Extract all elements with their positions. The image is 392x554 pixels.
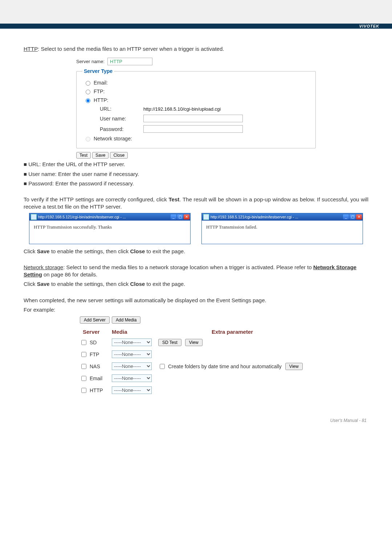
chk-email[interactable] — [81, 376, 86, 381]
hdr-server: Server — [83, 329, 112, 335]
popup-success-body: HTTP Transmission successfully. Thanks — [29, 221, 190, 244]
url-value: http://192.168.5.10/cgi-bin/upload.cgi — [143, 106, 221, 112]
media-select-sd[interactable]: -----None----- — [112, 338, 152, 346]
popup-success-titlebar[interactable]: http://192.168.5.121/cgi-bin/admin/tests… — [29, 213, 190, 221]
radio-email[interactable] — [86, 81, 90, 86]
maximize-icon[interactable]: ▢ — [177, 214, 183, 219]
close-icon[interactable]: ✕ — [184, 214, 189, 219]
row-name: SD — [90, 340, 97, 345]
radio-email-label: Email: — [94, 80, 108, 86]
table-row: SD -----None----- SD Test View — [80, 336, 312, 348]
server-name-input[interactable] — [107, 58, 152, 65]
password-label: Password: — [100, 126, 133, 132]
bullet-url: ■ URL: Enter the URL of the HTTP server. — [24, 161, 368, 168]
page-content: HTTP: Select to send the media files to … — [0, 29, 392, 407]
minimize-icon[interactable]: _ — [171, 214, 176, 219]
close-button[interactable]: Close — [110, 152, 128, 159]
page-header-spacer — [0, 0, 392, 24]
sd-view-button[interactable]: View — [185, 339, 203, 346]
password-input[interactable] — [143, 125, 243, 133]
event-table-header: Server Media Extra parameter — [80, 327, 312, 336]
ns-rest1: : Select to send the media files to a ne… — [63, 264, 313, 270]
row-name: Email — [90, 376, 102, 381]
minimize-icon[interactable]: _ — [343, 214, 349, 219]
sc-close: Close — [130, 248, 145, 254]
chk-sd[interactable] — [81, 340, 86, 345]
radio-ftp[interactable] — [86, 90, 90, 94]
media-select-email[interactable]: -----None----- — [112, 374, 152, 382]
form-buttons: Test Save Close — [76, 152, 316, 159]
hdr-media: Media — [112, 329, 155, 335]
popup-success-title: http://192.168.5.121/cgi-bin/admin/tests… — [38, 215, 169, 219]
network-storage-text: Network storage: Select to send the medi… — [24, 264, 368, 279]
row-name: NAS — [90, 364, 100, 369]
verify-part1: To verify if the HTTP settings are corre… — [24, 196, 169, 202]
footer-text: User's Manual - 81 — [330, 418, 367, 423]
chk-http[interactable] — [81, 388, 86, 393]
http-intro-key: HTTP — [24, 46, 38, 52]
verify-text: To verify if the HTTP settings are corre… — [24, 196, 368, 211]
result-popups: http://192.168.5.121/cgi-bin/admin/tests… — [29, 213, 363, 244]
table-row: HTTP -----None----- — [80, 384, 312, 396]
sc-pre: Click — [24, 248, 37, 254]
radio-http-label: HTTP: — [94, 97, 108, 103]
page-footer: User's Manual - 81 — [0, 407, 392, 428]
username-input[interactable] — [143, 115, 243, 122]
brand-text: VIVOTEK — [359, 24, 379, 28]
radio-ftp-label: FTP: — [94, 89, 105, 94]
page-header-bar: VIVOTEK — [0, 24, 392, 29]
verify-test: Test — [169, 196, 180, 202]
chk-nas[interactable] — [81, 364, 86, 369]
server-type-legend: Server Type — [82, 68, 114, 74]
popup-fail: http://192.168.5.121/cgi-bin/admin/tests… — [201, 213, 363, 244]
event-settings-example: Add Server Add Media Server Media Extra … — [80, 316, 312, 396]
chk-nas-auto-folders[interactable] — [160, 364, 165, 369]
page-icon — [31, 214, 37, 220]
media-select-nas[interactable]: -----None----- — [112, 362, 152, 370]
bullet-username: ■ User name: Enter the user name if nece… — [24, 171, 368, 178]
close-icon[interactable]: ✕ — [356, 214, 362, 219]
http-intro-text: : Select to send the media files to an H… — [38, 46, 224, 52]
table-row: FTP -----None----- — [80, 348, 312, 360]
chk-ftp[interactable] — [81, 352, 86, 357]
sc-mid: to enable the settings, then click — [50, 248, 130, 254]
radio-network-storage[interactable] — [86, 137, 90, 141]
username-label: User name: — [100, 116, 133, 122]
save-close-2: Click Save to enable the settings, then … — [24, 280, 368, 288]
sc-save: Save — [37, 248, 50, 254]
row-name: FTP — [90, 352, 99, 357]
server-type-fieldset: Server Type Email: FTP: HTTP: URL: http:… — [76, 68, 316, 148]
server-name-row: Server name: — [76, 56, 316, 68]
media-select-ftp[interactable]: -----None----- — [112, 350, 152, 358]
save-button[interactable]: Save — [92, 152, 109, 159]
popup-success: http://192.168.5.121/cgi-bin/admin/tests… — [29, 213, 191, 244]
radio-network-storage-label: Network storage: — [94, 136, 132, 141]
add-server-button[interactable]: Add Server — [80, 316, 110, 324]
popup-fail-body: HTTP Transmission failed. — [202, 221, 363, 244]
table-row: Email -----None----- — [80, 372, 312, 384]
ns-title: Network storage — [24, 264, 63, 270]
server-form: Server name: Server Type Email: FTP: HTT… — [76, 56, 316, 159]
save-close-1: Click Save to enable the settings, then … — [24, 248, 368, 255]
ns-rest2: on page 86 for details. — [42, 271, 98, 278]
popup-fail-titlebar[interactable]: http://192.168.5.121/cgi-bin/admin/tests… — [202, 213, 363, 221]
nas-view-button[interactable]: View — [285, 363, 303, 370]
row-name: HTTP — [90, 387, 103, 393]
sc-post: to exit the page. — [145, 248, 185, 254]
radio-http[interactable] — [86, 98, 90, 103]
page-icon — [203, 214, 209, 220]
media-select-http[interactable]: -----None----- — [112, 386, 152, 394]
bullet-password: ■ Password: Enter the password if necess… — [24, 180, 368, 187]
sd-test-button[interactable]: SD Test — [158, 339, 181, 346]
add-media-button[interactable]: Add Media — [112, 316, 140, 324]
server-name-label: Server name: — [76, 59, 105, 64]
http-intro: HTTP: Select to send the media files to … — [24, 45, 368, 53]
maximize-icon[interactable]: ▢ — [350, 214, 355, 219]
table-row: NAS -----None----- Create folders by dat… — [80, 360, 312, 372]
completed-l1: When completed, the new server settings … — [24, 297, 368, 304]
hdr-extra: Extra parameter — [155, 329, 309, 335]
url-label: URL: — [100, 106, 133, 112]
test-button[interactable]: Test — [76, 152, 91, 159]
popup-fail-title: http://192.168.5.121/cgi-bin/admin/tests… — [211, 215, 342, 219]
completed-l2: For example: — [24, 306, 368, 313]
